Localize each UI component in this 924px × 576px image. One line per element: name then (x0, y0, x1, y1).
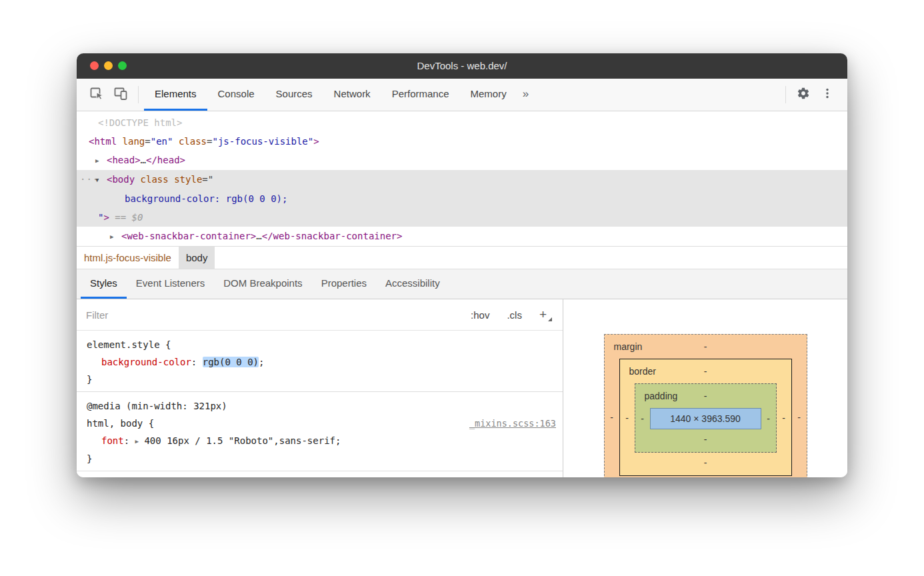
collapsed-ellipsis: … (256, 231, 261, 241)
rule-selector-line[interactable]: html, body {_mixins.scss:163 (77, 415, 563, 432)
inspect-element-button[interactable] (85, 79, 109, 111)
css-declaration[interactable]: background-color: rgb(0 0 0); (77, 353, 563, 371)
snackbar-close-tag: </web-snackbar-container> (262, 231, 403, 241)
padding-top-row: padding- (635, 384, 776, 408)
main-menu-button[interactable] (815, 79, 839, 111)
body-attr-class: class (135, 174, 169, 185)
device-toolbar-button[interactable] (109, 79, 133, 111)
styles-filter-input[interactable] (86, 309, 453, 321)
breadcrumb-body[interactable]: body (179, 247, 215, 269)
css-property-value[interactable]: 400 16px / 1.5 "Roboto",sans-serif; (139, 435, 341, 446)
settings-button[interactable] (791, 79, 815, 111)
box-model-diagram: margin- - border- - padding- - (604, 334, 807, 477)
border-label: border (629, 359, 656, 383)
minimize-window-button[interactable] (104, 61, 113, 70)
margin-left-value[interactable]: - (605, 412, 619, 423)
property-separator: : (191, 357, 203, 367)
head-close-tag: </head> (146, 155, 185, 165)
expand-arrow-icon[interactable]: ▶ (95, 151, 107, 170)
toggle-pseudo-class-button[interactable]: :hov (471, 309, 489, 321)
border-left-value[interactable]: - (620, 413, 635, 423)
padding-bottom-value[interactable]: - (704, 434, 707, 445)
css-property-value-highlighted[interactable]: rgb(0 0 0) (203, 357, 259, 367)
css-declaration[interactable]: font: ▶ 400 16px / 1.5 "Roboto",sans-ser… (77, 432, 563, 450)
stylesheet-source-link[interactable]: _mixins.scss:163 (469, 415, 556, 432)
traffic-lights (90, 61, 127, 70)
tab-dom-breakpoints[interactable]: DOM Breakpoints (214, 269, 311, 299)
body-open-tag: <body (107, 174, 135, 185)
dom-node-head[interactable]: ▶<head>…</head> (77, 151, 847, 170)
tab-accessibility[interactable]: Accessibility (376, 269, 449, 299)
tab-elements[interactable]: Elements (144, 79, 207, 111)
css-property-name[interactable]: background-color (101, 357, 191, 367)
padding-top-value[interactable]: - (704, 391, 707, 401)
breadcrumb-html[interactable]: html.js-focus-visible (77, 247, 179, 269)
rule-selector-line[interactable]: element.style { (77, 336, 563, 353)
toolbar-right-group (780, 79, 839, 111)
toggle-element-classes-button[interactable]: .cls (507, 309, 522, 321)
margin-right-value[interactable]: - (792, 412, 807, 423)
css-property-name[interactable]: font (101, 435, 124, 446)
collapsed-ellipsis: … (141, 155, 146, 165)
margin-bottom-row: - (605, 476, 807, 477)
dom-body-inline-style[interactable]: background-color: rgb(0 0 0); (77, 189, 847, 208)
border-top-value[interactable]: - (704, 366, 707, 377)
box-model-border[interactable]: border- - padding- - 1440 × 3963.590 - (619, 359, 792, 476)
dom-body-open-end[interactable]: "> == $0 (77, 208, 847, 227)
equals-hint: == (115, 212, 131, 223)
node-options-icon[interactable]: ··· (80, 170, 99, 189)
more-tabs-button[interactable]: » (517, 79, 534, 111)
brace: } (87, 374, 92, 385)
tab-properties[interactable]: Properties (312, 269, 376, 299)
tab-sources[interactable]: Sources (265, 79, 323, 111)
padding-bottom-row: - (635, 429, 776, 452)
css-rules-list: element.style { background-color: rgb(0 … (77, 331, 563, 477)
margin-top-row: margin- (605, 335, 807, 359)
kebab-menu-icon (821, 87, 833, 102)
close-window-button[interactable] (90, 61, 99, 70)
expand-arrow-icon[interactable]: ▶ (110, 227, 121, 246)
rule-closing-brace: } (77, 450, 563, 467)
media-query-line[interactable]: @media (min-width: 321px) (77, 397, 563, 415)
selector-text: html, body { (87, 418, 154, 429)
box-model-margin[interactable]: margin- - border- - padding- - (604, 334, 807, 477)
snackbar-open-tag: <web-snackbar-container> (121, 231, 256, 241)
border-bottom-value[interactable]: - (704, 457, 707, 468)
inspect-cursor-icon (89, 86, 104, 103)
body-attr-style: style (169, 174, 203, 185)
box-model-padding[interactable]: padding- - 1440 × 3963.590 - - (635, 383, 777, 453)
box-model-pane: margin- - border- - padding- - (563, 299, 847, 477)
media-query-line[interactable]: @media (min-width: 341px) (77, 477, 563, 477)
dom-node-doctype[interactable]: <!DOCTYPE html> (77, 113, 847, 132)
padding-left-value[interactable]: - (635, 413, 650, 424)
dom-node-html[interactable]: <html lang="en" class="js-focus-visible"… (77, 132, 847, 151)
dollar-zero-badge: $0 (132, 212, 143, 223)
semicolon: ; (259, 357, 264, 367)
tab-styles[interactable]: Styles (81, 269, 127, 299)
zoom-window-button[interactable] (118, 61, 127, 70)
margin-top-value[interactable]: - (704, 341, 707, 352)
bracket-close: > (103, 212, 115, 223)
tab-event-listeners[interactable]: Event Listeners (127, 269, 214, 299)
box-model-content-size[interactable]: 1440 × 3963.590 (650, 408, 761, 429)
tab-performance[interactable]: Performance (381, 79, 460, 111)
padding-right-value[interactable]: - (761, 413, 776, 424)
border-right-value[interactable]: - (777, 413, 791, 423)
tab-memory[interactable]: Memory (460, 79, 517, 111)
tab-console[interactable]: Console (207, 79, 265, 111)
device-toolbar-icon (113, 86, 128, 103)
tab-network[interactable]: Network (323, 79, 381, 111)
html-open-tag: <html (89, 136, 117, 147)
new-style-rule-button[interactable]: + (539, 307, 547, 322)
window-titlebar: DevTools - web.dev/ (77, 53, 847, 79)
window-title: DevTools - web.dev/ (77, 53, 847, 79)
styles-split-view: :hov .cls + element.style { background-c… (77, 299, 847, 477)
bracket-close: > (313, 136, 319, 147)
dom-node-snackbar[interactable]: ▶<web-snackbar-container>…</web-snackbar… (77, 227, 847, 246)
brace: } (87, 453, 92, 464)
equals-quote: =" (202, 174, 213, 185)
dom-node-body[interactable]: ···▼<body class style=" (77, 170, 847, 189)
margin-label: margin (614, 335, 643, 359)
devtools-window: DevTools - web.dev/ Elements Console (77, 53, 847, 477)
attr-class-value: "js-focus-visible" (212, 136, 313, 147)
